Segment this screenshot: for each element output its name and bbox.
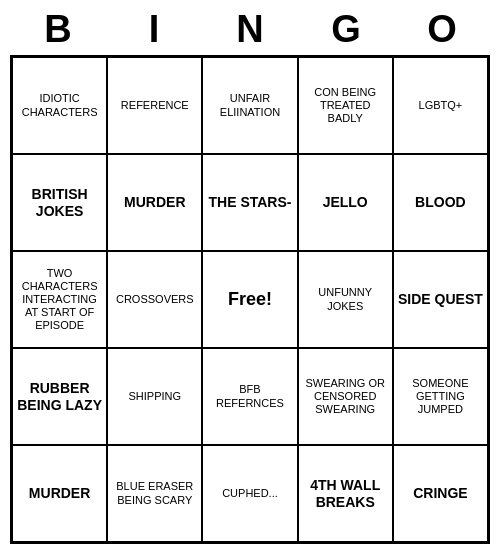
cell-r4c0[interactable]: MURDER <box>12 445 107 542</box>
cell-r3c0[interactable]: RUBBER BEING LAZY <box>12 348 107 445</box>
cell-r2c2[interactable]: Free! <box>202 251 297 348</box>
cell-r4c4[interactable]: CRINGE <box>393 445 488 542</box>
cell-r1c2[interactable]: THE STARS- <box>202 154 297 251</box>
cell-r0c1[interactable]: REFERENCE <box>107 57 202 154</box>
cell-r4c3[interactable]: 4TH WALL BREAKS <box>298 445 393 542</box>
title-b: B <box>28 8 88 51</box>
title-n: N <box>220 8 280 51</box>
title-g: G <box>316 8 376 51</box>
title-i: I <box>124 8 184 51</box>
cell-r2c3[interactable]: UNFUNNY JOKES <box>298 251 393 348</box>
cell-r0c2[interactable]: UNFAIR ELIINATION <box>202 57 297 154</box>
cell-r1c1[interactable]: MURDER <box>107 154 202 251</box>
cell-r0c3[interactable]: CON BEING TREATED BADLY <box>298 57 393 154</box>
cell-r3c3[interactable]: SWEARING OR CENSORED SWEARING <box>298 348 393 445</box>
cell-r4c1[interactable]: BLUE ERASER BEING SCARY <box>107 445 202 542</box>
cell-r3c4[interactable]: SOMEONE GETTING JUMPED <box>393 348 488 445</box>
cell-r1c3[interactable]: JELLO <box>298 154 393 251</box>
cell-r0c0[interactable]: IDIOTIC CHARACTERS <box>12 57 107 154</box>
cell-r1c0[interactable]: BRITISH JOKES <box>12 154 107 251</box>
bingo-title: B I N G O <box>10 0 490 55</box>
bingo-grid: IDIOTIC CHARACTERSREFERENCEUNFAIR ELIINA… <box>10 55 490 544</box>
cell-r4c2[interactable]: CUPHED... <box>202 445 297 542</box>
cell-r2c0[interactable]: TWO CHARACTERS INTERACTING AT START OF E… <box>12 251 107 348</box>
cell-r2c1[interactable]: CROSSOVERS <box>107 251 202 348</box>
cell-r1c4[interactable]: BLOOD <box>393 154 488 251</box>
title-o: O <box>412 8 472 51</box>
cell-r2c4[interactable]: SIDE QUEST <box>393 251 488 348</box>
cell-r3c2[interactable]: BFB REFERNCES <box>202 348 297 445</box>
cell-r0c4[interactable]: LGBTQ+ <box>393 57 488 154</box>
cell-r3c1[interactable]: SHIPPING <box>107 348 202 445</box>
